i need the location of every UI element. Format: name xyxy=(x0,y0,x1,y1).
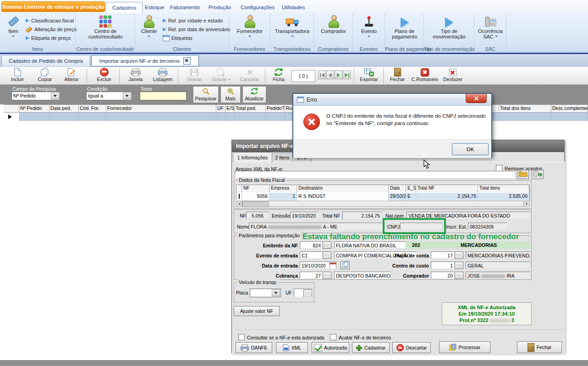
centro-custo-name-field[interactable]: GERAL xyxy=(466,262,530,269)
scroll-right-icon[interactable] xyxy=(523,201,529,206)
nome-field[interactable]: FLORA A - ME xyxy=(249,223,385,230)
ribbon-tab-cadastros[interactable]: Cadastros xyxy=(106,2,143,13)
descartar-button[interactable]: Descartar xyxy=(392,342,431,353)
tab-pedido-compra[interactable]: Cadastro de Pedido de Compra xyxy=(1,55,90,66)
column-header[interactable]: Total dos itens xyxy=(499,105,551,112)
data-entrada-field[interactable]: 19/10/2020 xyxy=(300,262,337,269)
ficha-button[interactable]: Ficha xyxy=(268,68,290,84)
excluir-button[interactable]: Excluir xyxy=(91,68,117,84)
ajuste-valor-button[interactable]: Ajuste valor NF xyxy=(234,306,280,316)
checkbox-icon[interactable] xyxy=(330,334,336,340)
import-database-button[interactable] xyxy=(532,170,544,179)
emitente-lookup-button[interactable]: ··· xyxy=(323,241,331,249)
comprador-name-field[interactable]: JOSE IRA xyxy=(466,272,530,279)
plano-conta-lookup-button[interactable]: ··· xyxy=(455,251,463,259)
ribbon-tab-utilidades[interactable]: Utilidades xyxy=(276,2,311,13)
nav-first-button[interactable] xyxy=(318,71,326,79)
acatar-terceiros-checkbox[interactable]: Acatar NF-e de terceiros xyxy=(330,334,391,340)
nf-grid-column[interactable]: Destinatário xyxy=(297,185,389,192)
classificacao-fiscal-item[interactable]: Classificacao fiscal xyxy=(26,17,74,24)
evento-button[interactable]: Evento xyxy=(356,14,382,39)
column-header[interactable]: Total ped. xyxy=(235,105,266,112)
xml-button[interactable]: XML xyxy=(276,342,308,353)
cobranca-lookup-button[interactable]: ··· xyxy=(323,272,331,279)
etiquetas-item[interactable]: Etiquetas xyxy=(163,34,192,42)
condicao-select[interactable]: Igual a xyxy=(86,92,132,100)
plano-pagamento-button[interactable]: Plano de pagamento xyxy=(387,14,422,39)
listagem-button[interactable]: Listagem xyxy=(149,68,176,84)
scrollbar-thumb[interactable] xyxy=(242,201,269,207)
emissao-field[interactable]: 19/10/2020 xyxy=(290,212,319,219)
ocorrencia-sac-button[interactable]: Ocorrência SAC xyxy=(476,14,505,39)
processar-button[interactable]: Processar xyxy=(439,341,490,353)
nf-grid-column[interactable]: Empresa xyxy=(269,185,297,192)
total-nf-field[interactable]: 2.154,75 xyxy=(342,212,382,219)
scroll-left-icon[interactable] xyxy=(236,201,242,206)
chevron-down-icon[interactable] xyxy=(123,93,131,99)
column-header[interactable]: Desc.complementar xyxy=(551,105,588,112)
ribbon-tab-configuracoes[interactable]: Configurações xyxy=(235,2,280,13)
rel-aniversario-item[interactable]: Rel. por data de aniversário xyxy=(163,26,230,33)
tab-importar-nfe[interactable]: Importar arquivo NF-e de terceiros xyxy=(91,55,199,66)
fechar-button[interactable]: Fechar xyxy=(386,68,409,84)
c-romaneio-button[interactable]: C.Romaneio xyxy=(410,68,440,84)
column-header[interactable]: E/S xyxy=(225,105,235,112)
exportar-button[interactable]: Exportar xyxy=(357,68,381,84)
copiar-button[interactable]: Copiar xyxy=(32,68,58,84)
nf-grid-row[interactable]: 5056 1 R S INDUST 29/10/2020 E 2.154,75 … xyxy=(236,193,529,201)
fornecedor-button[interactable]: Fornecedor xyxy=(233,14,267,39)
dialog-fechar-button[interactable]: Fechar xyxy=(517,341,562,353)
nf-number-field[interactable]: 5.056 xyxy=(246,212,269,219)
transportadora-button[interactable]: Transportadora xyxy=(272,14,312,39)
rel-cidade-item[interactable]: Rel. por cidade e estado xyxy=(163,17,223,24)
evento-lookup-button[interactable]: ··· xyxy=(323,251,331,259)
cadastrar-button[interactable]: Cadastrar xyxy=(352,342,390,353)
open-folder-button[interactable] xyxy=(517,170,529,179)
nf-grid-column[interactable]: NF xyxy=(242,185,269,192)
item-button[interactable]: Item xyxy=(3,14,24,39)
etiqueta-preco-item[interactable]: Etiqueta de preço xyxy=(26,34,71,42)
app-title-button[interactable]: Sistema Controle de estoque e produção xyxy=(1,1,105,12)
tipo-movimentacao-button[interactable]: Tipo de movimentação xyxy=(429,14,470,39)
column-header[interactable]: Fornecedor xyxy=(106,105,216,112)
nf-grid-column[interactable]: Total NF xyxy=(416,185,478,192)
close-button[interactable] xyxy=(466,94,487,103)
checkbox-icon[interactable] xyxy=(496,165,502,171)
close-tab-icon[interactable] xyxy=(183,57,191,65)
nf-grid-column[interactable]: Total itens xyxy=(478,185,529,192)
tab-informacoes[interactable]: 1 Informações xyxy=(233,152,272,163)
autorizada-button[interactable]: Autorizada xyxy=(312,342,349,353)
centro-custo-lookup-button[interactable]: ··· xyxy=(455,262,463,269)
cobranca-code-field[interactable]: 27 xyxy=(300,272,323,279)
centro-custo-button[interactable]: Centro de custo/resultado xyxy=(82,14,128,39)
error-title-bar[interactable]: Erro xyxy=(293,94,491,106)
column-header[interactable]: Data ped. xyxy=(49,105,79,112)
incluir-button[interactable]: Incluir xyxy=(5,68,30,84)
centro-custo-code-field[interactable]: 1 xyxy=(431,262,455,269)
emitente-code-field[interactable]: 824 xyxy=(300,241,323,249)
nf-grid-scrollbar[interactable] xyxy=(236,201,530,207)
atualizar-button[interactable]: Atualizar xyxy=(242,86,266,103)
janela-button[interactable]: Janela xyxy=(123,68,148,84)
calendar-icon[interactable] xyxy=(330,262,336,269)
cliente-button[interactable]: Cliente xyxy=(138,14,160,39)
copy-date-button[interactable] xyxy=(341,261,350,269)
column-header[interactable]: UF xyxy=(216,105,225,112)
column-header[interactable]: Nº Pedido xyxy=(19,105,49,112)
placa-select[interactable] xyxy=(250,289,281,297)
alteracao-preco-item[interactable]: Alteração de preço xyxy=(26,26,77,33)
ok-button[interactable]: OK xyxy=(452,143,489,155)
nf-grid-column[interactable]: Data xyxy=(389,185,406,192)
alterar-button[interactable]: Alterar xyxy=(59,68,84,84)
tab-itens[interactable]: 2 Itens xyxy=(271,153,293,162)
comprador-code-field[interactable]: 20 xyxy=(431,272,455,279)
checkbox-icon[interactable] xyxy=(238,334,245,340)
ribbon-tab-faturamento[interactable]: Faturamento xyxy=(164,2,206,13)
column-header[interactable]: Cód. For. xyxy=(79,105,106,112)
chevron-down-icon[interactable] xyxy=(272,290,280,296)
consultar-autorizada-checkbox[interactable]: Consultar se a NF-e está autorizada xyxy=(238,334,324,340)
danfe-button[interactable]: DANFE xyxy=(236,342,272,353)
chevron-down-icon[interactable] xyxy=(51,93,59,99)
comprador-lookup-button[interactable]: ··· xyxy=(455,272,463,279)
nf-grid-column[interactable]: E_S xyxy=(406,185,416,192)
